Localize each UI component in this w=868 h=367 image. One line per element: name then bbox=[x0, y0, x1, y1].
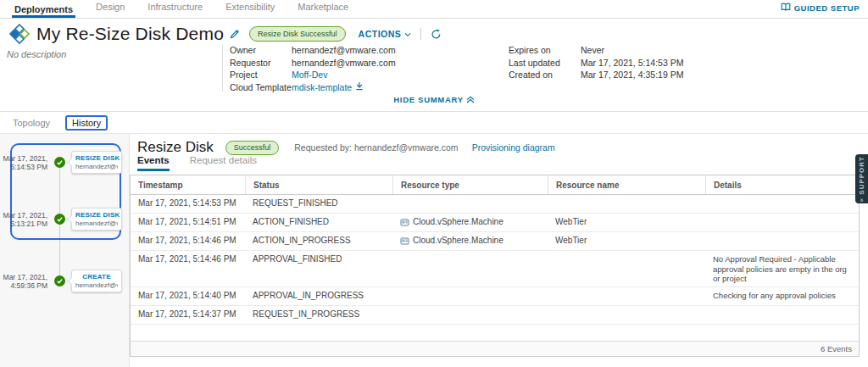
cell-status: ACTION_FINISHED bbox=[245, 217, 392, 227]
success-check-icon bbox=[54, 214, 65, 225]
table-row: Mar 17, 2021, 5:14:53 PMREQUEST_FINISHED bbox=[131, 195, 859, 214]
actions-dropdown[interactable]: ACTIONS bbox=[359, 29, 412, 39]
cell-resource-name: WebTier bbox=[548, 217, 705, 227]
nav-infrastructure[interactable]: Infrastructure bbox=[145, 0, 205, 18]
top-nav: Deployments Design Infrastructure Extens… bbox=[0, 0, 868, 19]
success-check-icon bbox=[54, 275, 65, 286]
project-link[interactable]: Moff-Dev bbox=[292, 70, 327, 80]
cell-resource-type: Cloud.vSphere.Machine bbox=[392, 217, 548, 227]
timeline-card[interactable]: RESIZE DISK hernandezf@v... bbox=[71, 151, 122, 174]
history-content: Mar 17, 2021,5:14:53 PM RESIZE DISK hern… bbox=[0, 134, 868, 367]
nav-marketplace[interactable]: Marketplace bbox=[295, 0, 351, 18]
cell-timestamp: Mar 17, 2021, 5:14:37 PM bbox=[131, 309, 245, 320]
divider bbox=[420, 28, 421, 40]
events-table: Timestamp Status Resource type Resource … bbox=[130, 175, 860, 357]
download-icon[interactable] bbox=[355, 81, 364, 92]
cell-timestamp: Mar 17, 2021, 5:14:46 PM bbox=[131, 236, 245, 246]
cell-timestamp: Mar 17, 2021, 5:14:51 PM bbox=[131, 217, 245, 227]
events-table-header: Timestamp Status Resource type Resource … bbox=[131, 175, 859, 195]
timeline-card[interactable]: CREATE hernandezf@v... bbox=[71, 270, 122, 292]
deployment-status-badge: Resize Disk Successful bbox=[249, 26, 346, 42]
request-detail-panel: Resize Disk Successful Requested by: her… bbox=[130, 134, 868, 367]
expires-label: Expires on bbox=[509, 45, 581, 55]
view-tabbar: Topology History bbox=[0, 111, 868, 134]
col-details: Details bbox=[705, 175, 859, 194]
provisioning-diagram-link[interactable]: Provisioning diagram bbox=[472, 142, 555, 153]
cell-resource-type: Cloud.vSphere.Machine bbox=[392, 236, 548, 246]
col-resource-name: Resource name bbox=[548, 175, 705, 194]
events-table-body: Mar 17, 2021, 5:14:53 PMREQUEST_FINISHED… bbox=[131, 195, 859, 341]
request-title: Resize Disk bbox=[137, 139, 214, 156]
request-status-badge: Successful bbox=[225, 141, 280, 155]
deployment-icon bbox=[8, 23, 31, 45]
created-on-label: Created on bbox=[509, 70, 581, 80]
table-row: Mar 17, 2021, 5:14:51 PMACTION_FINISHEDC… bbox=[131, 214, 859, 232]
book-icon bbox=[781, 3, 791, 14]
events-table-footer: 6 Events bbox=[131, 341, 859, 356]
cell-status: REQUEST_IN_PROGRESS bbox=[245, 309, 392, 320]
collapse-chevrons-icon bbox=[464, 95, 475, 104]
last-updated-value: Mar 17, 2021, 5:14:53 PM bbox=[581, 58, 683, 68]
summary-divider bbox=[222, 45, 223, 92]
vm-icon bbox=[400, 218, 409, 227]
request-tabs: Events Request details bbox=[137, 155, 277, 171]
project-label: Project bbox=[230, 70, 292, 80]
cell-details: Checking for any approval policies bbox=[705, 291, 859, 301]
cell-timestamp: Mar 17, 2021, 5:14:46 PM bbox=[131, 254, 245, 264]
requestor-value: hernandezf@vmware.com bbox=[292, 58, 396, 68]
refresh-button[interactable] bbox=[431, 29, 442, 40]
deployment-description: No description bbox=[7, 49, 66, 59]
tab-topology[interactable]: Topology bbox=[13, 118, 50, 128]
timeline-item-resize-2[interactable]: Mar 17, 2021,5:13:21 PM RESIZE DISK hern… bbox=[0, 208, 127, 231]
cloud-template-label: Cloud Template bbox=[230, 82, 292, 92]
success-check-icon bbox=[54, 157, 65, 168]
owner-value: hernandezf@vmware.com bbox=[292, 45, 396, 55]
nav-design[interactable]: Design bbox=[93, 0, 127, 18]
table-row: Mar 17, 2021, 5:14:40 PMAPPROVAL_IN_PROG… bbox=[131, 287, 859, 306]
deployment-title-row: My Re-Size Disk Demo Resize Disk Success… bbox=[8, 23, 442, 45]
request-header: Resize Disk Successful Requested by: her… bbox=[137, 139, 555, 156]
table-row: Mar 17, 2021, 5:14:37 PMREQUEST_IN_PROGR… bbox=[131, 306, 859, 325]
timeline-date: Mar 17, 2021,5:13:21 PM bbox=[0, 211, 47, 228]
hide-summary-link[interactable]: HIDE SUMMARY bbox=[0, 95, 868, 104]
timeline-item-resize-1[interactable]: Mar 17, 2021,5:14:53 PM RESIZE DISK hern… bbox=[0, 151, 127, 174]
edit-title-button[interactable] bbox=[230, 29, 240, 39]
timeline-date: Mar 17, 2021,5:14:53 PM bbox=[0, 154, 47, 171]
events-count: 6 Events bbox=[821, 344, 852, 353]
col-status: Status bbox=[245, 175, 392, 194]
history-timeline: Mar 17, 2021,5:14:53 PM RESIZE DISK hern… bbox=[0, 134, 130, 367]
support-tab-label: « SUPPORT bbox=[858, 156, 865, 202]
timeline-card[interactable]: RESIZE DISK hernandezf@v... bbox=[71, 208, 122, 231]
cell-timestamp: Mar 17, 2021, 5:14:40 PM bbox=[131, 291, 245, 301]
tab-history[interactable]: History bbox=[65, 115, 108, 131]
cell-resource-name: WebTier bbox=[548, 236, 705, 246]
expires-value: Never bbox=[581, 45, 604, 55]
requestor-label: Requestor bbox=[230, 58, 292, 68]
cell-status: REQUEST_FINISHED bbox=[245, 198, 392, 209]
requested-by-text: Requested by: hernandezf@vmware.com bbox=[294, 142, 458, 153]
cell-status: APPROVAL_IN_PROGRESS bbox=[245, 291, 392, 301]
cloud-template-link[interactable]: mdisk-template bbox=[292, 82, 352, 92]
page-title: My Re-Size Disk Demo bbox=[36, 24, 224, 44]
col-timestamp: Timestamp bbox=[131, 175, 245, 194]
vm-icon bbox=[400, 236, 409, 246]
cell-details: No Approval Required - Applicable approv… bbox=[705, 254, 859, 284]
cell-status: ACTION_IN_PROGRESS bbox=[245, 236, 392, 246]
tab-events[interactable]: Events bbox=[137, 155, 170, 171]
cell-status: APPROVAL_FINISHED bbox=[245, 254, 392, 264]
timeline-item-create[interactable]: Mar 17, 2021,4:59:36 PM CREATE hernandez… bbox=[0, 270, 127, 292]
col-resource-type: Resource type bbox=[392, 175, 548, 194]
support-tab[interactable]: « SUPPORT bbox=[855, 154, 868, 203]
tab-request-details[interactable]: Request details bbox=[190, 155, 257, 171]
chevron-down-icon bbox=[404, 29, 411, 39]
last-updated-label: Last updated bbox=[509, 58, 581, 68]
timeline-date: Mar 17, 2021,4:59:36 PM bbox=[0, 273, 47, 290]
created-on-value: Mar 17, 2021, 4:35:19 PM bbox=[581, 70, 683, 80]
owner-label: Owner bbox=[230, 45, 292, 55]
guided-setup-button[interactable]: GUIDED SETUP bbox=[781, 3, 860, 18]
nav-deployments[interactable]: Deployments bbox=[12, 1, 75, 18]
table-row: Mar 17, 2021, 5:14:46 PMAPPROVAL_FINISHE… bbox=[131, 251, 859, 287]
summary-right-column: Expires on Never Last updated Mar 17, 20… bbox=[509, 44, 683, 81]
nav-extensibility[interactable]: Extensibility bbox=[223, 0, 277, 18]
deployment-page: Deployments Design Infrastructure Extens… bbox=[0, 0, 868, 367]
